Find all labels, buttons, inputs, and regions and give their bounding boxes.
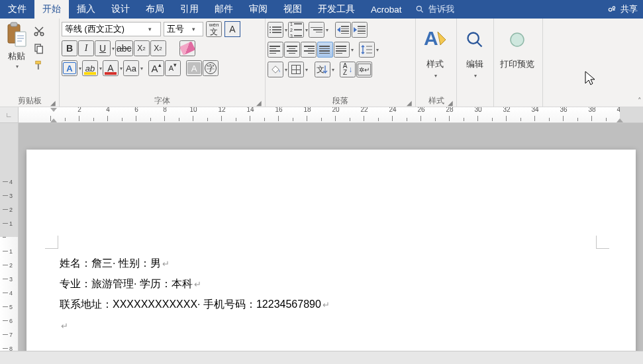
shading-dropdown[interactable]: ▾ (284, 67, 287, 73)
text-line-1[interactable]: 姓名：詹三· 性别：男↵ (60, 253, 330, 273)
share-button[interactable]: 共享 (602, 0, 643, 19)
format-painter-button[interactable] (31, 58, 47, 73)
sort-button[interactable]: AZ↓ (340, 62, 356, 77)
tab-view[interactable]: 视图 (275, 0, 310, 19)
status-bar[interactable] (0, 351, 643, 364)
superscript-button[interactable]: X2 (150, 40, 166, 56)
line-spacing-button[interactable] (359, 42, 375, 58)
tab-file[interactable]: 文件 (0, 0, 34, 19)
italic-button[interactable]: I (78, 40, 94, 56)
phonetic-guide-button[interactable]: wén文 (206, 21, 222, 37)
multilevel-dropdown[interactable]: ▾ (325, 27, 328, 33)
bold-button[interactable]: B (62, 40, 77, 56)
justify-button[interactable] (317, 42, 333, 58)
underline-dropdown[interactable]: ▾ (111, 46, 115, 52)
highlight-dropdown[interactable]: ▾ (99, 66, 102, 71)
font-name-dropdown[interactable]: ▾ (147, 26, 153, 32)
styles-launcher[interactable]: ◢ (448, 99, 453, 107)
increase-indent-button[interactable] (352, 22, 368, 38)
text-effects-button[interactable]: A (62, 60, 77, 76)
highlight-button[interactable]: ab (82, 60, 98, 76)
align-right-button[interactable] (301, 42, 317, 58)
tab-references[interactable]: 引用 (172, 0, 207, 19)
enclose-char-button[interactable]: 字 (203, 60, 219, 76)
horizontal-ruler[interactable]: ∟ 24681012141618202224262830323436384042… (0, 107, 643, 123)
tell-me-search[interactable]: 告诉我 (410, 0, 460, 19)
char-border-button[interactable]: A (224, 21, 240, 37)
editing-dropdown[interactable]: ▾ (473, 73, 477, 79)
underline-button[interactable]: U (95, 40, 111, 56)
font-name-combo[interactable]: ▾ (62, 22, 161, 36)
paragraph-mark: ↵ (61, 321, 68, 331)
tab-insert[interactable]: 插入 (69, 0, 103, 19)
text-direction-button[interactable]: 文 (315, 62, 330, 77)
numbering-dropdown[interactable]: ▾ (305, 27, 308, 33)
font-launcher[interactable]: ◢ (256, 99, 262, 107)
tab-mailings[interactable]: 邮件 (207, 0, 241, 19)
text-effects-dropdown[interactable]: ▾ (78, 66, 81, 71)
font-name-input[interactable] (62, 24, 147, 34)
collapse-ribbon-button[interactable]: ˄ (638, 97, 642, 105)
text-line-2[interactable]: 专业：旅游管理· 学历：本科↵ (60, 273, 330, 294)
tab-home[interactable]: 开始 (34, 0, 69, 19)
paragraph-launcher[interactable]: ◢ (407, 99, 412, 107)
show-marks-button[interactable]: ✲↵ (356, 62, 372, 77)
styles-button[interactable]: A 样式 ▾ (418, 21, 452, 79)
text-line-4[interactable]: ↵ (60, 315, 330, 336)
tab-review[interactable]: 审阅 (241, 0, 275, 19)
decrease-indent-button[interactable] (335, 22, 351, 38)
font-color-dropdown[interactable]: ▾ (119, 66, 123, 71)
align-center-button[interactable] (284, 42, 300, 58)
paste-button[interactable] (6, 21, 27, 48)
clear-formatting-button[interactable] (179, 40, 195, 56)
numbering-button[interactable]: 123 (288, 22, 304, 38)
vertical-ruler[interactable]: 432112345678 (0, 123, 19, 351)
strikethrough-button[interactable]: abc (115, 40, 133, 56)
tab-developer[interactable]: 开发工具 (310, 0, 363, 19)
justify-dropdown[interactable]: ▾ (350, 47, 354, 53)
tab-design[interactable]: 设计 (103, 0, 138, 19)
borders-dropdown[interactable]: ▾ (305, 67, 308, 73)
text-line-3[interactable]: 联系地址：XXXXXXXXXXXX· 手机号码：12234567890↵ (60, 294, 330, 314)
char-shading-button[interactable]: A (186, 60, 202, 76)
shrink-font-button[interactable]: A▾ (165, 60, 181, 76)
page[interactable]: 姓名：詹三· 性别：男↵ 专业：旅游管理· 学历：本科↵ 联系地址：XXXXXX… (26, 150, 636, 351)
shading-button[interactable] (268, 62, 283, 77)
group-editing: 编辑 ▾ (457, 19, 494, 107)
tab-layout[interactable]: 布局 (138, 0, 172, 19)
font-size-input[interactable] (164, 24, 191, 34)
first-line-indent-marker[interactable] (50, 108, 57, 112)
document-viewport[interactable]: 姓名：詹三· 性别：男↵ 专业：旅游管理· 学历：本科↵ 联系地址：XXXXXX… (19, 123, 643, 351)
text-direction-dropdown[interactable]: ▾ (331, 67, 334, 73)
print-preview-button[interactable]: 打印预览 (496, 21, 538, 70)
font-size-dropdown[interactable]: ▾ (191, 26, 197, 32)
cut-button[interactable] (31, 24, 47, 38)
svg-point-25 (511, 33, 524, 46)
subscript-button[interactable]: X2 (134, 40, 150, 56)
font-color-button[interactable]: A (103, 60, 119, 76)
bullets-dropdown[interactable]: ▾ (284, 27, 287, 33)
tab-selector[interactable]: ∟ (0, 107, 19, 122)
grow-font-button[interactable]: A▴ (148, 60, 164, 76)
distribute-button[interactable] (334, 42, 350, 58)
ribbon-tab-bar: 文件 开始 插入 设计 布局 引用 邮件 审阅 视图 开发工具 Acrobat … (0, 0, 643, 19)
tab-acrobat[interactable]: Acrobat (363, 0, 410, 19)
hanging-indent-marker[interactable] (50, 118, 57, 122)
document-body[interactable]: 姓名：詹三· 性别：男↵ 专业：旅游管理· 学历：本科↵ 联系地址：XXXXXX… (60, 253, 330, 336)
paste-dropdown[interactable]: ▾ (15, 64, 19, 69)
cursor-pointer-icon (584, 70, 596, 86)
borders-button[interactable] (288, 62, 304, 77)
eraser-icon (179, 41, 195, 55)
find-button[interactable]: 编辑 ▾ (459, 21, 491, 79)
styles-dropdown[interactable]: ▾ (434, 73, 437, 79)
font-size-combo[interactable]: ▾ (164, 22, 203, 36)
change-case-dropdown[interactable]: ▾ (140, 66, 143, 71)
change-case-button[interactable]: Aa (123, 60, 139, 76)
multilevel-list-button[interactable] (309, 22, 324, 38)
align-left-button[interactable] (268, 42, 283, 58)
bullets-button[interactable] (268, 22, 283, 38)
char-shading-icon: A (187, 62, 201, 74)
copy-button[interactable] (31, 41, 47, 56)
clipboard-launcher[interactable]: ◢ (50, 99, 56, 107)
line-spacing-dropdown[interactable]: ▾ (375, 47, 379, 53)
